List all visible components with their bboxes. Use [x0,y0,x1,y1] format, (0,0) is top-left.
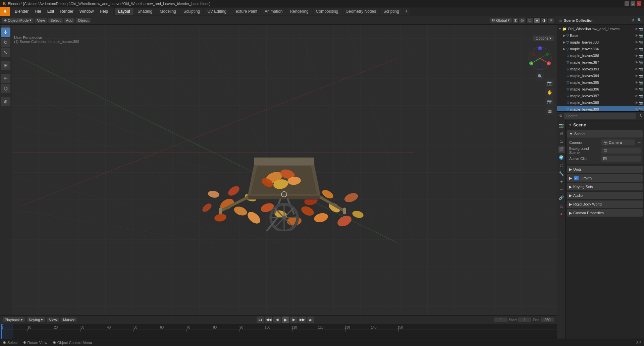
leaves384-render-icon[interactable]: 📷 [639,47,643,51]
leaves386-render-icon[interactable]: 📷 [639,54,643,58]
leaves398-visibility-icon[interactable]: 👁 [635,101,638,105]
keying-sets-section-header[interactable]: ▶ Keying Sets [567,183,643,190]
outliner-visibility-icon[interactable]: 👁 [635,27,638,31]
leaves395-render-icon[interactable]: 📷 [639,81,643,84]
outliner-leaves398-item[interactable]: ▽ maple_leaves398 👁 📷 [557,99,644,106]
outliner-leaves394-item[interactable]: ▽ maple_leaves394 👁 📷 [557,72,644,79]
grid-icon[interactable]: ▦ [545,107,554,115]
solid-btn[interactable]: ● [534,18,540,23]
leaves394-render-icon[interactable]: 📷 [639,74,643,78]
prev-keyframe-btn[interactable]: ◀◀ [265,316,272,323]
start-frame-display[interactable]: 1 [518,318,531,322]
gravity-checkbox[interactable]: ✓ [574,176,579,180]
step-forward-btn[interactable]: ▶ [290,316,298,323]
audio-section-header[interactable]: ▶ Audio [567,192,643,199]
zoom-icon[interactable]: 🔍 [536,72,544,80]
leaves393-visibility-icon[interactable]: 👁 [635,67,638,71]
leaves396-render-icon[interactable]: 📷 [639,88,643,91]
close-button[interactable]: ✕ [637,1,641,6]
leaves383-render-icon[interactable]: 📷 [639,41,643,44]
tab-add[interactable]: + [403,8,410,15]
proportional-btn[interactable]: ◎ [519,18,525,23]
gravity-section-header[interactable]: ▶ ✓ Gravity [567,174,643,182]
tab-animation[interactable]: Animation [261,8,286,15]
leaves394-visibility-icon[interactable]: 👁 [635,74,638,78]
tab-texture-paint[interactable]: Texture Paint [230,8,261,15]
render-preview-icon[interactable]: 📷 [545,97,554,106]
props-world-icon[interactable]: 🌍 [558,154,565,161]
tab-compositing[interactable]: Compositing [313,8,342,15]
outliner-search-icon[interactable]: 🔍 [637,18,642,22]
menu-render[interactable]: Render [57,8,76,14]
props-material-icon[interactable]: ● [558,210,565,218]
end-frame-display[interactable]: 250 [541,318,554,322]
menu-window[interactable]: Window [77,8,97,14]
rigid-body-world-section-header[interactable]: ▶ Rigid Body World [567,200,643,208]
leaves393-render-icon[interactable]: 📷 [639,67,643,71]
leaves397-render-icon[interactable]: 📷 [639,94,643,98]
maximize-button[interactable]: □ [631,1,635,6]
outliner-leaves395-item[interactable]: ▽ maple_leaves395 👁 📷 [557,79,644,86]
outliner-leaves396-item[interactable]: ▽ maple_leaves396 👁 📷 [557,86,644,93]
tool-annotate[interactable]: ✏ [1,74,10,83]
outliner-base-item[interactable]: ▶ ▽ Base 👁 📷 [557,32,644,39]
props-particles-icon[interactable]: ✦ [558,178,565,185]
viewport-object-btn[interactable]: Object [76,18,91,23]
props-constraints-icon[interactable]: 🔗 [558,194,565,201]
tool-measure[interactable]: ⌬ [1,84,10,93]
tab-geometry-nodes[interactable]: Geometry Nodes [342,8,380,15]
camera-value[interactable]: 📷 Camera [601,139,635,146]
custom-properties-section-header[interactable]: ▶ Custom Properties [567,209,643,217]
zoom-camera-icon[interactable]: 📷 [545,78,554,87]
playback-btn[interactable]: Playback ▾ [3,317,25,322]
viewport-view-btn[interactable]: View [35,18,47,23]
leaves396-visibility-icon[interactable]: 👁 [635,88,638,91]
props-scene-icon[interactable]: 🎬 [558,146,565,153]
options-button[interactable]: Options ▾ [533,36,554,41]
viewport-canvas[interactable]: User Perspective (1) Scene Collection | … [11,25,557,315]
leaves397-visibility-icon[interactable]: 👁 [635,94,638,98]
outliner-leaves383-item[interactable]: ▶ ▽ maple_leaves383 👁 📷 [557,39,644,46]
tab-modeling[interactable]: Modeling [156,8,179,15]
current-frame-display[interactable]: 1 [494,318,507,322]
outliner-leaves399-item[interactable]: ▽ maple_leaves399 👁 📷 [557,106,644,111]
menu-edit[interactable]: Edit [45,8,57,14]
tool-rotate[interactable]: ↻ [1,38,10,47]
marker-btn[interactable]: Marker [61,318,76,322]
menu-help[interactable]: Help [97,8,111,14]
leaves387-render-icon[interactable]: 📷 [639,61,643,64]
view-btn[interactable]: View [47,318,59,322]
tool-move[interactable]: ✛ [1,27,10,37]
base-visibility-icon[interactable]: 👁 [635,34,638,38]
base-render-icon[interactable]: 📷 [639,34,643,38]
menu-blender[interactable]: Blender [12,8,31,14]
leaves386-visibility-icon[interactable]: 👁 [635,54,638,58]
outliner-leaves386-item[interactable]: ▽ maple_leaves386 👁 📷 [557,52,644,59]
jump-start-btn[interactable]: ⏮ [257,316,264,323]
props-view-layer-icon[interactable]: 🗂 [558,138,565,145]
props-data-icon[interactable]: △ [558,202,565,210]
rendered-btn[interactable]: ☀ [548,18,554,23]
camera-edit-icon[interactable]: ✏ [638,140,641,145]
tab-sculpting[interactable]: Sculpting [180,8,203,15]
props-modifier-icon[interactable]: 🔧 [558,170,565,177]
leaves398-render-icon[interactable]: 📷 [639,101,643,105]
tab-rendering[interactable]: Rendering [286,8,312,15]
props-output-icon[interactable]: 🖨 [558,130,565,137]
tab-layout[interactable]: Layout [115,8,133,15]
leaves399-visibility-icon[interactable]: 👁 [635,108,638,111]
viewport-gizmo[interactable]: Z X Y [527,45,553,72]
jump-end-btn[interactable]: ⏭ [307,316,314,323]
properties-search[interactable] [564,113,636,119]
leaves383-visibility-icon[interactable]: 👁 [635,41,638,44]
step-back-btn[interactable]: ◀ [273,316,281,323]
play-btn[interactable]: ▶ [282,316,289,323]
leaves395-visibility-icon[interactable]: 👁 [635,81,638,84]
outliner-collection-item[interactable]: ▼ 📁 Old_Wheelbarrow_and_Leaves 👁 📷 [557,25,644,32]
viewport-mode-btn[interactable]: ⊕ Object Mode ▾ [2,18,34,23]
background-scene-value[interactable]: 🎬 [601,148,641,154]
tab-uv-editing[interactable]: UV Editing [204,8,230,15]
leaves399-render-icon[interactable]: 📷 [639,108,643,111]
menu-file[interactable]: File [32,8,44,14]
outliner-filter-icon[interactable]: ⚗ [631,18,635,22]
